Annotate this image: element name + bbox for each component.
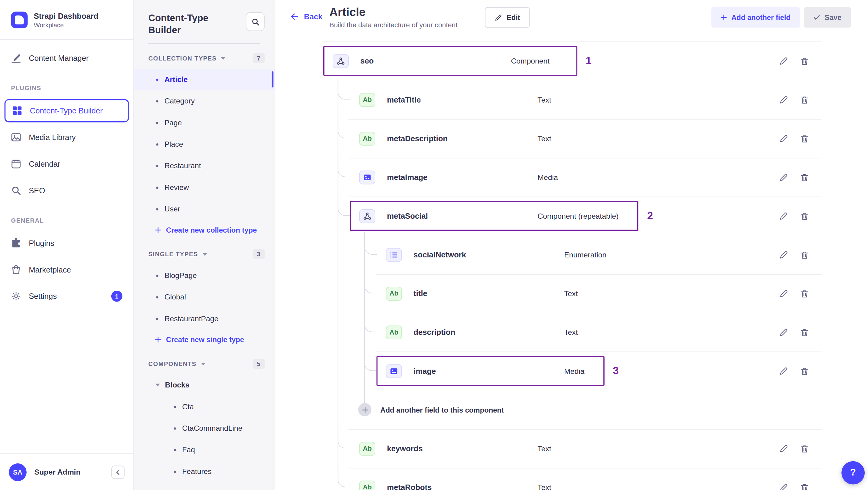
single-type-blogpage[interactable]: BlogPage	[134, 265, 275, 286]
type-label: Article	[164, 75, 188, 84]
workspace-brand[interactable]: Strapi Dashboard Workplace	[0, 0, 133, 40]
delete-field-icon[interactable]	[800, 483, 809, 490]
edit-field-icon[interactable]	[779, 250, 788, 259]
field-row-metadescription: Ab metaDescription Text	[323, 119, 822, 158]
delete-field-icon[interactable]	[800, 95, 809, 104]
check-icon	[813, 14, 820, 21]
field-type: Component	[511, 57, 550, 65]
delete-field-icon[interactable]	[800, 366, 809, 376]
collection-type-restaurant[interactable]: Restaurant	[134, 155, 275, 177]
collapse-sidebar-button[interactable]	[111, 465, 125, 479]
delete-field-icon[interactable]	[800, 250, 809, 259]
annotation-number-2: 2	[647, 210, 653, 222]
single-types-header[interactable]: SINGLE TYPES 3	[134, 240, 275, 265]
single-type-restaurantpage[interactable]: RestaurantPage	[134, 308, 275, 329]
group-label: COLLECTION TYPES	[149, 55, 217, 62]
puzzle-icon	[11, 238, 21, 248]
collection-type-category[interactable]: Category	[134, 90, 275, 112]
field-name: description	[413, 328, 564, 337]
collection-type-page[interactable]: Page	[134, 112, 275, 133]
delete-field-icon[interactable]	[800, 289, 809, 298]
components-header[interactable]: COMPONENTS 5	[134, 349, 275, 374]
add-field-to-component-row[interactable]: Add another field to this component	[323, 390, 822, 429]
workspace-subtitle: Workplace	[34, 21, 99, 28]
content-type-builder-panel: Content-Type Builder COLLECTION TYPES 7 …	[134, 0, 275, 490]
bullet-icon	[156, 143, 158, 146]
plus-circle-icon[interactable]	[358, 403, 371, 417]
nav-item-media-library[interactable]: Media Library	[4, 126, 129, 149]
add-field-to-component-label: Add another field to this component	[380, 406, 503, 414]
chevron-left-icon	[114, 468, 122, 476]
field-row-metasocial: metaSocial Component (repeatable) 2	[323, 196, 822, 235]
delete-field-icon[interactable]	[800, 134, 809, 143]
field-type: Media	[537, 173, 558, 181]
annotation-number-3: 3	[613, 365, 619, 377]
help-button[interactable]: ?	[841, 461, 865, 485]
back-link[interactable]: Back	[290, 12, 322, 21]
edit-field-icon[interactable]	[779, 289, 788, 298]
edit-field-icon[interactable]	[779, 444, 788, 453]
collection-type-user[interactable]: User	[134, 198, 275, 220]
edit-field-icon[interactable]	[779, 483, 788, 490]
bullet-icon	[156, 78, 158, 81]
component-category-blocks[interactable]: Blocks	[134, 374, 275, 396]
type-label: Restaurant	[164, 162, 201, 170]
search-icon	[11, 185, 21, 195]
delete-field-icon[interactable]	[800, 211, 809, 220]
type-label: Global	[164, 293, 186, 301]
nav-item-content-manager[interactable]: Content Manager	[4, 47, 129, 70]
single-count-badge: 3	[253, 249, 264, 259]
create-label: Create new single type	[166, 335, 244, 344]
delete-field-icon[interactable]	[800, 173, 809, 182]
nav-item-seo[interactable]: SEO	[4, 179, 129, 202]
add-another-field-button[interactable]: Add another field	[711, 7, 800, 28]
collection-type-article[interactable]: Article	[134, 69, 275, 90]
edit-field-icon[interactable]	[779, 95, 788, 104]
edit-field-icon[interactable]	[779, 134, 788, 143]
media-library-icon	[11, 132, 21, 142]
field-name: metaTitle	[387, 95, 537, 104]
edit-field-icon[interactable]	[779, 366, 788, 376]
save-button[interactable]: Save	[804, 7, 851, 28]
search-button[interactable]	[246, 12, 265, 31]
bullet-icon	[174, 427, 176, 429]
field-row-seo: seo Component 1	[323, 41, 822, 80]
field-type: Text	[564, 328, 578, 336]
page-title: Article	[329, 5, 458, 19]
nav-item-plugins[interactable]: Plugins	[4, 232, 129, 255]
field-row-title: Ab title Text	[323, 274, 822, 313]
component-faq[interactable]: Faq	[134, 439, 275, 461]
edit-field-icon[interactable]	[779, 56, 788, 66]
field-name: metaRobots	[387, 483, 537, 490]
nav-item-marketplace[interactable]: Marketplace	[4, 258, 129, 281]
field-type: Text	[537, 483, 551, 490]
chevron-down-icon	[202, 253, 207, 255]
field-name: title	[413, 289, 564, 298]
edit-field-icon[interactable]	[779, 173, 788, 182]
delete-field-icon[interactable]	[800, 328, 809, 337]
collection-type-review[interactable]: Review	[134, 177, 275, 198]
avatar[interactable]: SA	[9, 463, 27, 481]
component-ctacommandline[interactable]: CtaCommandLine	[134, 418, 275, 439]
nav-section-general: GENERAL	[0, 205, 133, 232]
collection-types-header[interactable]: COLLECTION TYPES 7	[134, 44, 275, 69]
nav-section-plugins: PLUGINS	[0, 73, 133, 99]
edit-field-icon[interactable]	[779, 328, 788, 337]
edit-field-icon[interactable]	[779, 211, 788, 220]
nav-label: Media Library	[29, 133, 75, 142]
single-type-global[interactable]: Global	[134, 286, 275, 308]
create-single-type-link[interactable]: Create new single type	[134, 329, 275, 349]
nav-item-content-type-builder[interactable]: Content-Type Builder	[4, 99, 129, 123]
delete-field-icon[interactable]	[800, 444, 809, 453]
component-cta[interactable]: Cta	[134, 396, 275, 418]
create-collection-type-link[interactable]: Create new collection type	[134, 220, 275, 240]
component-features[interactable]: Features	[134, 461, 275, 482]
nav-item-calendar[interactable]: Calendar	[4, 152, 129, 176]
nav-item-settings[interactable]: Settings 1	[4, 285, 129, 308]
collection-type-place[interactable]: Place	[134, 133, 275, 155]
edit-button[interactable]: Edit	[485, 7, 529, 28]
delete-field-icon[interactable]	[800, 56, 809, 66]
nav-label: Settings	[29, 292, 57, 301]
media-field-icon	[359, 170, 375, 184]
content-manager-icon	[11, 53, 21, 63]
